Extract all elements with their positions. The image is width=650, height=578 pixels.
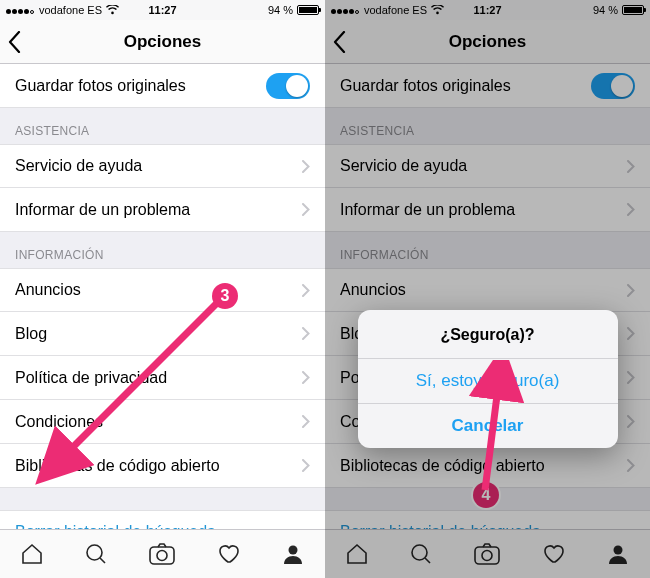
chevron-right-icon [302, 203, 310, 216]
home-icon [20, 542, 44, 566]
dialog-confirm-button[interactable]: Sí, estoy seguro(a) [358, 358, 618, 403]
settings-list: Guardar fotos originales ASISTENCIA Serv… [0, 64, 325, 578]
row-privacy-policy[interactable]: Política de privacidad [0, 356, 325, 400]
signal-dots-icon [6, 4, 35, 16]
section-header-informacion: INFORMACIÓN [0, 232, 325, 268]
camera-icon [148, 542, 176, 566]
tab-activity[interactable] [217, 542, 241, 566]
tab-home[interactable] [20, 542, 44, 566]
profile-icon [281, 542, 305, 566]
row-terms[interactable]: Condiciones [0, 400, 325, 444]
row-save-original-photos[interactable]: Guardar fotos originales [0, 64, 325, 108]
row-label: Anuncios [15, 281, 81, 299]
row-open-source-libs[interactable]: Bibliotecas de código abierto [0, 444, 325, 488]
battery-icon [297, 5, 319, 15]
back-button[interactable] [8, 31, 21, 53]
tab-bar [0, 529, 325, 578]
dialog-cancel-button[interactable]: Cancelar [358, 403, 618, 448]
row-label: Informar de un problema [15, 201, 190, 219]
row-ads[interactable]: Anuncios [0, 268, 325, 312]
modal-overlay[interactable] [325, 0, 650, 578]
chevron-left-icon [8, 31, 21, 53]
annotation-badge-3: 3 [212, 283, 238, 309]
svg-point-3 [288, 546, 297, 555]
row-label: Blog [15, 325, 47, 343]
confirm-dialog: ¿Seguro(a)? Sí, estoy seguro(a) Cancelar [358, 310, 618, 448]
chevron-right-icon [302, 459, 310, 472]
phone-screenshot-step4: vodafone ES 11:27 94 % Opciones Guardar … [325, 0, 650, 578]
clock: 11:27 [148, 4, 176, 16]
heart-icon [217, 542, 241, 566]
chevron-right-icon [302, 415, 310, 428]
chevron-right-icon [302, 160, 310, 173]
chevron-right-icon [302, 284, 310, 297]
row-blog[interactable]: Blog [0, 312, 325, 356]
phone-screenshot-step3: vodafone ES 11:27 94 % Opciones Guardar … [0, 0, 325, 578]
row-help-service[interactable]: Servicio de ayuda [0, 144, 325, 188]
row-label: Política de privacidad [15, 369, 167, 387]
carrier-label: vodafone ES [39, 4, 102, 16]
dialog-title: ¿Seguro(a)? [358, 310, 618, 358]
row-label: Condiciones [15, 413, 103, 431]
nav-bar: Opciones [0, 20, 325, 64]
page-title: Opciones [124, 32, 201, 52]
row-report-problem[interactable]: Informar de un problema [0, 188, 325, 232]
battery-percent: 94 % [268, 4, 293, 16]
search-icon [84, 542, 108, 566]
toggle-save-original[interactable] [266, 73, 310, 99]
tab-camera[interactable] [148, 542, 176, 566]
status-bar: vodafone ES 11:27 94 % [0, 0, 325, 20]
svg-rect-1 [150, 547, 174, 564]
row-label: Guardar fotos originales [15, 77, 186, 95]
chevron-right-icon [302, 327, 310, 340]
row-label: Servicio de ayuda [15, 157, 142, 175]
tab-profile[interactable] [281, 542, 305, 566]
row-label: Bibliotecas de código abierto [15, 457, 220, 475]
chevron-right-icon [302, 371, 310, 384]
section-header-asistencia: ASISTENCIA [0, 108, 325, 144]
wifi-icon [106, 5, 119, 15]
svg-point-0 [87, 545, 102, 560]
tab-search[interactable] [84, 542, 108, 566]
svg-point-2 [157, 551, 167, 561]
